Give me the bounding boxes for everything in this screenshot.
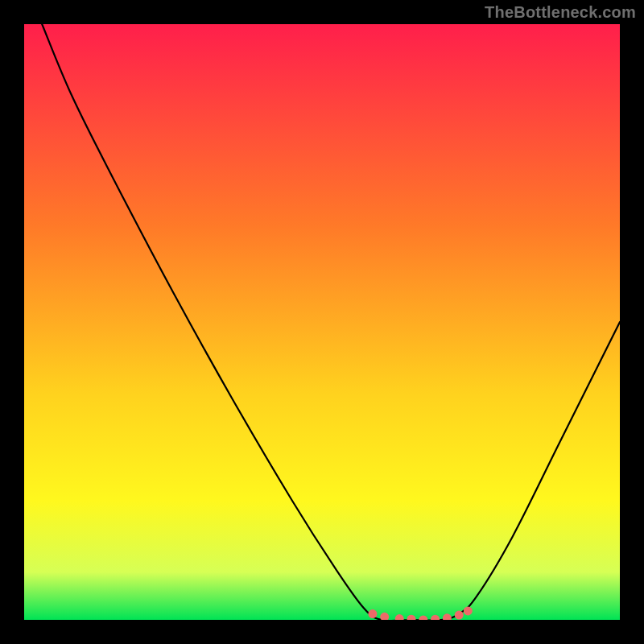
range-marker bbox=[455, 611, 464, 620]
heat-gradient-bg bbox=[24, 24, 620, 620]
watermark-text: TheBottleneck.com bbox=[485, 3, 636, 22]
bottleneck-curve-chart bbox=[24, 24, 620, 620]
chart-container: TheBottleneck.com bbox=[0, 0, 644, 644]
range-marker bbox=[368, 609, 377, 618]
range-marker bbox=[464, 606, 473, 615]
